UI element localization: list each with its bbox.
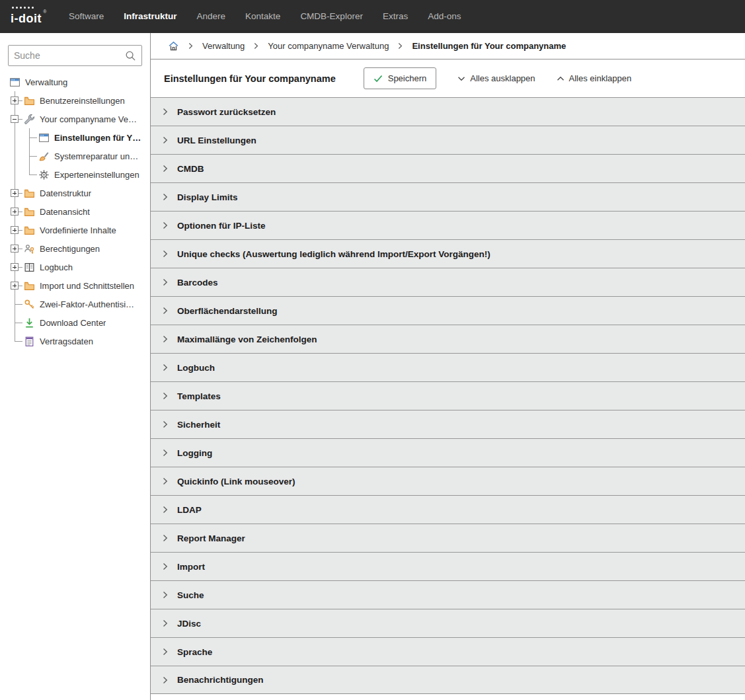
nav-item-infrastruktur[interactable]: Infrastruktur (114, 11, 186, 21)
accordion-section-benachrichtigungen[interactable]: Benachrichtigungen (151, 666, 745, 694)
accordion-section-jdisc[interactable]: JDisc (151, 609, 745, 637)
tree-expand-icon[interactable] (11, 263, 19, 271)
section-label: CMDB (177, 164, 204, 174)
search-input[interactable] (14, 50, 125, 61)
tree-expand-icon[interactable] (11, 189, 19, 197)
chevron-right-icon (163, 165, 168, 173)
nav-item-add-ons[interactable]: Add-ons (418, 11, 471, 21)
accordion-section-quickinfo[interactable]: Quickinfo (Link mouseover) (151, 467, 745, 495)
section-label: Sprache (177, 647, 212, 657)
tree-item-label: Berechtigungen (40, 244, 100, 254)
tree-guide-tee (8, 91, 22, 110)
settings-accordion: Passwort zurücksetzen URL Einstellungen … (151, 97, 745, 694)
tree-item-label: Verwaltung (25, 77, 67, 87)
section-label: Benachrichtigungen (177, 675, 264, 685)
tree-item-experteneinstellungen[interactable]: Experteneinstellungen (0, 165, 150, 184)
nav-item-cmdb-explorer[interactable]: CMDB-Explorer (290, 11, 373, 21)
tree-item-download-center[interactable]: Download Center (0, 313, 150, 332)
section-label: Logbuch (177, 363, 215, 373)
accordion-section-passwort[interactable]: Passwort zurücksetzen (151, 97, 745, 126)
breadcrumb-item: Einstellungen für Your companyname (412, 41, 566, 51)
tree-guide-tee (8, 110, 22, 128)
app-logo[interactable]: i-doit ® (11, 8, 42, 26)
chevron-right-icon (163, 591, 168, 599)
tree-item-label: Einstellungen für Y… (54, 133, 141, 143)
tree-item-datenstruktur[interactable]: Datenstruktur (0, 184, 150, 202)
tree-item-label: Download Center (40, 318, 106, 328)
main-menu: SoftwareInfrastrukturAndereKontakteCMDB-… (59, 0, 471, 33)
tree-guide-line (8, 147, 22, 165)
section-label: Sicherheit (177, 420, 220, 430)
search-icon[interactable] (125, 50, 136, 61)
tree-guide-line (8, 128, 22, 147)
tree-item-datenansicht[interactable]: Datenansicht (0, 202, 150, 221)
tree-guide-tee (8, 295, 22, 313)
save-button[interactable]: Speichern (364, 67, 437, 89)
expand-all-button[interactable]: Alles ausklappen (457, 73, 535, 83)
tree-item-vertragsdaten[interactable]: Vertragsdaten (0, 332, 150, 350)
accordion-section-cmdb[interactable]: CMDB (151, 154, 745, 182)
tree-guide-tee (8, 184, 22, 202)
chevron-right-icon (163, 676, 168, 684)
tree-item-logbuch[interactable]: Logbuch (0, 258, 150, 276)
breadcrumb-home[interactable] (168, 40, 179, 52)
accordion-section-logging[interactable]: Logging (151, 438, 745, 467)
tree-item-verwaltung[interactable]: Verwaltung (0, 73, 150, 91)
section-label: Maximallänge von Zeichenfolgen (177, 334, 317, 344)
tree-item-einstellungen-für-y[interactable]: Einstellungen für Y… (0, 128, 150, 147)
accordion-section-suche[interactable]: Suche (151, 580, 745, 609)
tree-item-zwei-faktor-authentisier[interactable]: Zwei-Faktor-Authentisier… (0, 295, 150, 313)
accordion-section-url[interactable]: URL Einstellungen (151, 126, 745, 154)
breadcrumb-item[interactable]: Verwaltung (202, 41, 245, 51)
accordion-section-sicherheit[interactable]: Sicherheit (151, 410, 745, 438)
accordion-section-optionen[interactable]: Optionen für IP-Liste (151, 211, 745, 239)
chevron-right-icon (163, 136, 168, 144)
breadcrumb-item[interactable]: Your companyname Verwaltung (268, 41, 389, 51)
navigation-tree: VerwaltungBenutzereinstellungenYour comp… (0, 73, 150, 350)
accordion-section-logbuch[interactable]: Logbuch (151, 353, 745, 381)
tree-item-vordefinierte-inhalte[interactable]: Vordefinierte Inhalte (0, 221, 150, 239)
chevron-right-icon (163, 392, 168, 400)
accordion-section-maximallänge[interactable]: Maximallänge von Zeichenfolgen (151, 325, 745, 353)
tree-item-import-und-schnittstellen[interactable]: Import und Schnittstellen (0, 276, 150, 295)
tree-item-label: Datenansicht (40, 207, 90, 217)
tree-expand-icon[interactable] (11, 226, 19, 234)
accordion-section-barcodes[interactable]: Barcodes (151, 268, 745, 296)
tree-expand-icon[interactable] (11, 282, 19, 290)
folder-icon (24, 188, 35, 199)
accordion-section-report[interactable]: Report Manager (151, 524, 745, 552)
collapse-all-label: Alles einklappen (569, 73, 632, 83)
tree-item-label: Logbuch (40, 262, 73, 272)
nav-item-andere[interactable]: Andere (187, 11, 236, 21)
tree-item-your-companyname-ver[interactable]: Your companyname Ver… (0, 110, 150, 128)
tree-item-label: Your companyname Ver… (40, 114, 139, 124)
section-label: Logging (177, 448, 212, 458)
collapse-all-button[interactable]: Alles einklappen (557, 73, 632, 83)
tree-expand-icon[interactable] (11, 97, 19, 104)
save-button-label: Speichern (388, 73, 427, 83)
tree-collapse-icon[interactable] (11, 115, 19, 123)
nav-item-extras[interactable]: Extras (373, 11, 418, 21)
accordion-section-ldap[interactable]: LDAP (151, 495, 745, 524)
accordion-section-display[interactable]: Display Limits (151, 182, 745, 211)
nav-item-kontakte[interactable]: Kontakte (235, 11, 290, 21)
accordion-section-import[interactable]: Import (151, 552, 745, 580)
accordion-section-sprache[interactable]: Sprache (151, 637, 745, 666)
tree-expand-icon[interactable] (11, 245, 19, 253)
tree-item-benutzereinstellungen[interactable]: Benutzereinstellungen (0, 91, 150, 110)
tree-guide-tee (8, 202, 22, 221)
section-label: Templates (177, 391, 221, 401)
tree-item-label: Vordefinierte Inhalte (40, 225, 116, 235)
nav-item-software[interactable]: Software (59, 11, 114, 21)
accordion-section-unique[interactable]: Unique checks (Auswertung lediglich währ… (151, 239, 745, 268)
tree-expand-icon[interactable] (11, 208, 19, 215)
tree-guide-tee (8, 276, 22, 295)
tree-guide-elbow (22, 165, 37, 184)
accordion-section-oberflächendarstellung[interactable]: Oberflächendarstellung (151, 296, 745, 325)
accordion-section-templates[interactable]: Templates (151, 381, 745, 410)
folder-icon (24, 95, 35, 106)
tree-item-berechtigungen[interactable]: Berechtigungen (0, 239, 150, 258)
tree-item-systemreparatur-un[interactable]: Systemreparatur un… (0, 147, 150, 165)
main-content: VerwaltungYour companyname VerwaltungEin… (151, 33, 745, 700)
chevron-right-icon (163, 449, 168, 457)
